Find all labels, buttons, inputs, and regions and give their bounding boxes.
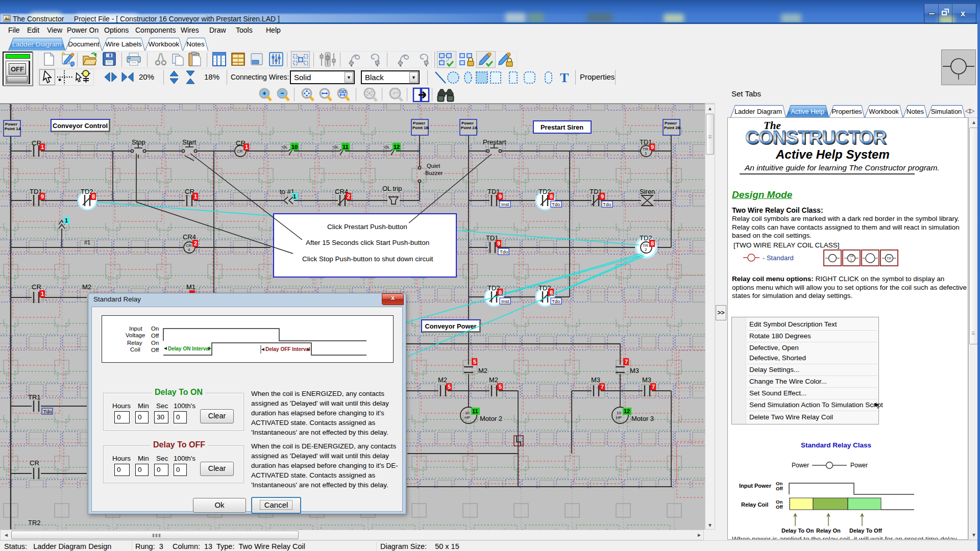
svg-text:9: 9 <box>499 193 502 199</box>
svg-text:M3: M3 <box>630 367 639 374</box>
svg-text:Quiet: Quiet <box>427 163 440 169</box>
svg-text:Prestart Siren: Prestart Siren <box>541 123 583 131</box>
svg-text:Point 1B: Point 1B <box>412 126 429 130</box>
svg-text:M2: M2 <box>82 283 91 291</box>
svg-text:5: 5 <box>473 359 476 365</box>
svg-text:Inst: Inst <box>501 298 509 304</box>
svg-text:Coil: Coil <box>130 346 140 353</box>
svg-text:2: 2 <box>645 247 647 252</box>
svg-text:M2: M2 <box>478 367 487 374</box>
svg-text:9: 9 <box>601 193 604 199</box>
svg-text:Input: Input <box>129 325 142 332</box>
svg-text:OL: OL <box>384 145 390 149</box>
svg-text:OL trip: OL trip <box>382 185 402 192</box>
svg-text:Off: Off <box>776 504 783 510</box>
svg-text:4: 4 <box>188 247 190 252</box>
svg-text:5: 5 <box>448 384 451 390</box>
svg-text:Tdo: Tdo <box>603 202 611 207</box>
svg-text:2: 2 <box>347 193 350 199</box>
svg-text:Tdo: Tdo <box>43 409 52 414</box>
svg-text:Tdo: Tdo <box>500 249 508 255</box>
svg-text:HP: HP <box>464 415 470 420</box>
svg-text:9: 9 <box>41 193 44 199</box>
svg-text:Click Stop Push-button to shut: Click Stop Push-button to shut down circ… <box>302 255 433 263</box>
svg-text:Inst: Inst <box>501 202 509 207</box>
svg-text:Motor 2: Motor 2 <box>480 415 502 422</box>
svg-text:Power: Power <box>413 121 425 126</box>
svg-text:9: 9 <box>651 144 654 150</box>
svg-text:- Standard: - Standard <box>763 254 794 262</box>
svg-text:Stop: Stop <box>132 138 145 146</box>
svg-text:#1: #1 <box>84 239 90 245</box>
svg-text:1: 1 <box>65 217 68 223</box>
svg-text:Power: Power <box>850 462 868 469</box>
svg-text:On: On <box>151 340 159 346</box>
svg-text:Point 1A: Point 1A <box>5 127 21 131</box>
svg-text:Input Power: Input Power <box>739 483 772 489</box>
svg-text:8: 8 <box>499 289 502 295</box>
svg-text:7: 7 <box>652 384 655 390</box>
svg-text:Relay On: Relay On <box>816 528 841 534</box>
svg-text:Conveyor Control: Conveyor Control <box>53 122 108 130</box>
svg-text:12: 12 <box>394 144 400 150</box>
svg-text:On: On <box>151 325 159 332</box>
svg-text:8: 8 <box>550 193 553 199</box>
svg-text:M3: M3 <box>591 376 600 384</box>
svg-text:Prestart: Prestart <box>483 138 506 146</box>
svg-text:Off: Off <box>151 333 159 339</box>
svg-text:Start: Start <box>182 138 197 146</box>
svg-text:7: 7 <box>601 384 604 390</box>
svg-text:Point 2B: Point 2B <box>664 126 681 130</box>
svg-text:Click Prestart Push-button: Click Prestart Push-button <box>327 223 407 231</box>
svg-text:10: 10 <box>617 411 621 415</box>
svg-text:Delay OFF Interval: Delay OFF Interval <box>265 346 310 352</box>
svg-text:Off: Off <box>776 486 783 491</box>
svg-text:Power: Power <box>792 462 809 469</box>
svg-text:11: 11 <box>342 144 349 150</box>
svg-text:1: 1 <box>645 151 647 156</box>
svg-text:HP: HP <box>616 415 622 420</box>
svg-text:M2: M2 <box>489 376 498 384</box>
svg-text:1: 1 <box>850 258 852 261</box>
svg-text:Point 2A: Point 2A <box>461 126 478 130</box>
svg-text:CR: CR <box>849 255 854 258</box>
svg-text:11: 11 <box>472 408 478 414</box>
svg-text:Relay Coil: Relay Coil <box>741 502 768 508</box>
svg-text:8: 8 <box>92 193 95 199</box>
svg-text:TR1: TR1 <box>28 393 41 401</box>
svg-text:Buzzer: Buzzer <box>425 170 443 176</box>
svg-text:Motor 3: Motor 3 <box>631 415 654 422</box>
svg-text:M2: M2 <box>438 376 447 384</box>
svg-text:10: 10 <box>291 144 298 150</box>
svg-text:TR: TR <box>887 257 891 260</box>
svg-text:TR2: TR2 <box>28 519 41 527</box>
svg-text:10: 10 <box>465 411 470 415</box>
svg-text:CR4: CR4 <box>183 233 196 241</box>
svg-text:12: 12 <box>624 408 630 414</box>
svg-text:8: 8 <box>550 289 553 295</box>
svg-text:CONSTRUCTOR: CONSTRUCTOR <box>745 127 886 148</box>
svg-text:M3: M3 <box>642 376 651 384</box>
svg-text:Relay: Relay <box>127 340 142 346</box>
svg-text:Delay To On: Delay To On <box>781 528 814 534</box>
svg-text:Delay ON Interval: Delay ON Interval <box>168 346 210 352</box>
svg-text:1: 1 <box>41 144 44 150</box>
svg-text:5: 5 <box>499 384 502 390</box>
svg-text:Tdo: Tdo <box>552 298 560 304</box>
svg-text:Power: Power <box>461 121 474 126</box>
svg-text:Off: Off <box>151 347 159 353</box>
svg-text:OL: OL <box>282 145 288 149</box>
svg-text:CR: CR <box>32 283 41 291</box>
svg-text:8: 8 <box>651 240 654 246</box>
svg-text:M1: M1 <box>186 283 195 291</box>
svg-text:Siren: Siren <box>640 188 655 195</box>
svg-text:T: T <box>560 71 569 84</box>
svg-text:Power: Power <box>5 122 17 127</box>
svg-text:1: 1 <box>245 144 248 150</box>
svg-text:OL: OL <box>333 145 339 149</box>
svg-text:7: 7 <box>625 359 628 365</box>
svg-text:Power: Power <box>665 121 677 126</box>
svg-text:After 15 Seconds click Start P: After 15 Seconds click Start Push-button <box>306 239 429 246</box>
svg-text:9: 9 <box>497 240 500 246</box>
svg-text:1: 1 <box>41 291 44 297</box>
